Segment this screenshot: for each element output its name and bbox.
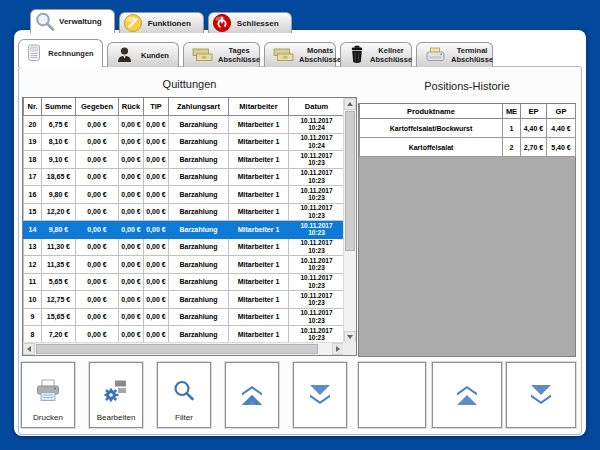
cell-zahlungsart: Barzahlung — [169, 256, 229, 274]
positions-scroll-down-button[interactable] — [506, 362, 576, 428]
filter-button[interactable]: Filter — [157, 362, 211, 428]
tab-label: Schliessen — [237, 19, 279, 28]
cell-zahlungsart: Barzahlung — [169, 186, 229, 204]
tab-schliessen[interactable]: Schliessen — [208, 12, 292, 33]
money-icon — [273, 47, 294, 64]
cell-zahlungsart: Barzahlung — [169, 168, 229, 186]
datum-time: 10:23 — [289, 264, 344, 272]
tab-label: Funktionen — [148, 19, 191, 28]
column-header[interactable]: Datum — [289, 98, 345, 116]
tab-kunden[interactable]: Kunden — [107, 42, 179, 67]
scroll-page-down-button[interactable] — [293, 362, 347, 428]
datum-date: 10.11.2017 — [289, 222, 344, 230]
column-header[interactable]: ME — [503, 104, 521, 119]
edit-gear-icon — [102, 378, 130, 404]
table-row[interactable]: 1512,20 €0,00 €0,00 €0,00 €BarzahlungMit… — [24, 203, 345, 221]
datum-date: 10.11.2017 — [289, 274, 344, 282]
button-label: Filter — [158, 413, 210, 422]
table-row[interactable]: 169,80 €0,00 €0,00 €0,00 €BarzahlungMita… — [24, 186, 345, 204]
tab-rechnungen[interactable]: Rechnungen — [18, 39, 103, 67]
blank-button[interactable] — [358, 362, 426, 428]
table-row[interactable]: 87,20 €0,00 €0,00 €0,00 €BarzahlungMitar… — [24, 326, 345, 344]
table-row[interactable]: 1311,30 €0,00 €0,00 €0,00 €BarzahlungMit… — [24, 238, 345, 256]
cell-tip: 0,00 € — [144, 221, 169, 239]
cell-gegeben: 0,00 € — [76, 256, 119, 274]
table-row[interactable]: 1211,35 €0,00 €0,00 €0,00 €BarzahlungMit… — [24, 256, 345, 274]
column-header[interactable]: Gegeben — [76, 98, 119, 116]
cell-name: Kartoffelsalat — [360, 138, 503, 157]
wrench-icon — [123, 13, 143, 33]
column-header[interactable]: Summe — [42, 98, 76, 116]
column-header[interactable]: Mitarbeiter — [229, 98, 289, 116]
tab-funktionen[interactable]: Funktionen — [119, 12, 204, 33]
double-chevron-down-icon — [306, 384, 334, 406]
cell-datum: 10.11.201710:24 — [289, 133, 345, 151]
vertical-scroll-thumb[interactable] — [345, 111, 355, 251]
cell-nr: 18 — [24, 151, 42, 169]
table-row[interactable]: 115,65 €0,00 €0,00 €0,00 €BarzahlungMita… — [24, 273, 345, 291]
tab-label-line1: Terminal — [451, 46, 493, 55]
cell-summe: 7,20 € — [42, 326, 76, 344]
scroll-left-button[interactable] — [23, 343, 35, 355]
table-row[interactable]: 1012,75 €0,00 €0,00 €0,00 €BarzahlungMit… — [24, 291, 345, 309]
datum-time: 10:23 — [289, 334, 344, 342]
pos-admin-window: Verwaltung Funktionen — [0, 0, 600, 450]
cell-rueck: 0,00 € — [119, 256, 144, 274]
table-row[interactable]: Kartoffelsalat22,70 €5,40 € — [360, 138, 576, 157]
cell-datum: 10.11.201710:23 — [289, 151, 345, 169]
cell-rueck: 0,00 € — [119, 221, 144, 239]
horizontal-scrollbar[interactable] — [23, 342, 344, 355]
scroll-page-up-button[interactable] — [225, 362, 279, 428]
cell-rueck: 0,00 € — [119, 116, 144, 134]
filter-magnifier-icon — [172, 379, 196, 403]
cell-gp: 4,40 € — [547, 119, 576, 138]
column-header[interactable]: Zahlungsart — [169, 98, 229, 116]
datum-date: 10.11.2017 — [289, 327, 344, 335]
cell-mitarbeiter: Mitarbeiter 1 — [229, 273, 289, 291]
column-header[interactable]: TIP — [144, 98, 169, 116]
cell-summe: 11,35 € — [42, 256, 76, 274]
positions-table: ProduktnameMEEPGP Kartoffelsalat/Bockwur… — [358, 103, 576, 357]
up-arrow-icon — [347, 102, 353, 106]
table-row[interactable]: 1718,65 €0,00 €0,00 €0,00 €BarzahlungMit… — [24, 168, 345, 186]
tab-tages-abschluesse[interactable]: Tages Abschlüsse — [183, 42, 260, 67]
tab-kellner-abschluesse[interactable]: Kellner Abschlüsse — [340, 42, 412, 67]
cell-summe: 5,65 € — [42, 273, 76, 291]
cell-zahlungsart: Barzahlung — [169, 291, 229, 309]
cell-mitarbeiter: Mitarbeiter 1 — [229, 256, 289, 274]
column-header[interactable]: EP — [521, 104, 547, 119]
table-row[interactable]: 149,80 €0,00 €0,00 €0,00 €BarzahlungMita… — [24, 221, 345, 239]
bearbeiten-button[interactable]: Bearbeiten — [89, 362, 143, 428]
tab-label-line1: Kellner — [370, 46, 412, 55]
cell-summe: 18,65 € — [42, 168, 76, 186]
vertical-scrollbar[interactable] — [343, 98, 356, 343]
table-row[interactable]: 915,65 €0,00 €0,00 €0,00 €BarzahlungMita… — [24, 308, 345, 326]
horizontal-scroll-thumb[interactable] — [36, 344, 318, 354]
column-header[interactable]: Nr. — [24, 98, 42, 116]
positions-scroll-up-button[interactable] — [432, 362, 502, 428]
tab-label: Kunden — [138, 51, 172, 60]
tab-monats-abschluesse[interactable]: Monats Abschlüsse — [264, 42, 336, 67]
cell-tip: 0,00 € — [144, 256, 169, 274]
tab-label-line1: Tages — [218, 46, 260, 55]
column-header[interactable]: GP — [547, 104, 576, 119]
cell-zahlungsart: Barzahlung — [169, 238, 229, 256]
cell-datum: 10.11.201710:23 — [289, 326, 345, 344]
table-row[interactable]: 206,75 €0,00 €0,00 €0,00 €BarzahlungMita… — [24, 116, 345, 134]
drucken-button[interactable]: Drucken — [21, 362, 75, 428]
column-header[interactable]: Produktname — [360, 104, 503, 119]
table-row[interactable]: Kartoffelsalat/Bockwurst14,40 €4,40 € — [360, 119, 576, 138]
datum-date: 10.11.2017 — [289, 309, 344, 317]
cell-tip: 0,00 € — [144, 238, 169, 256]
scroll-up-button[interactable] — [344, 98, 356, 110]
cell-tip: 0,00 € — [144, 133, 169, 151]
cell-ep: 4,40 € — [521, 119, 547, 138]
cell-gegeben: 0,00 € — [76, 203, 119, 221]
cell-rueck: 0,00 € — [119, 203, 144, 221]
cell-me: 1 — [503, 119, 521, 138]
tab-verwaltung[interactable]: Verwaltung — [30, 9, 115, 33]
table-row[interactable]: 189,10 €0,00 €0,00 €0,00 €BarzahlungMita… — [24, 151, 345, 169]
tab-terminal-abschluesse[interactable]: Terminal Abschlüsse — [416, 42, 493, 67]
column-header[interactable]: Rück — [119, 98, 144, 116]
table-row[interactable]: 198,10 €0,00 €0,00 €0,00 €BarzahlungMita… — [24, 133, 345, 151]
